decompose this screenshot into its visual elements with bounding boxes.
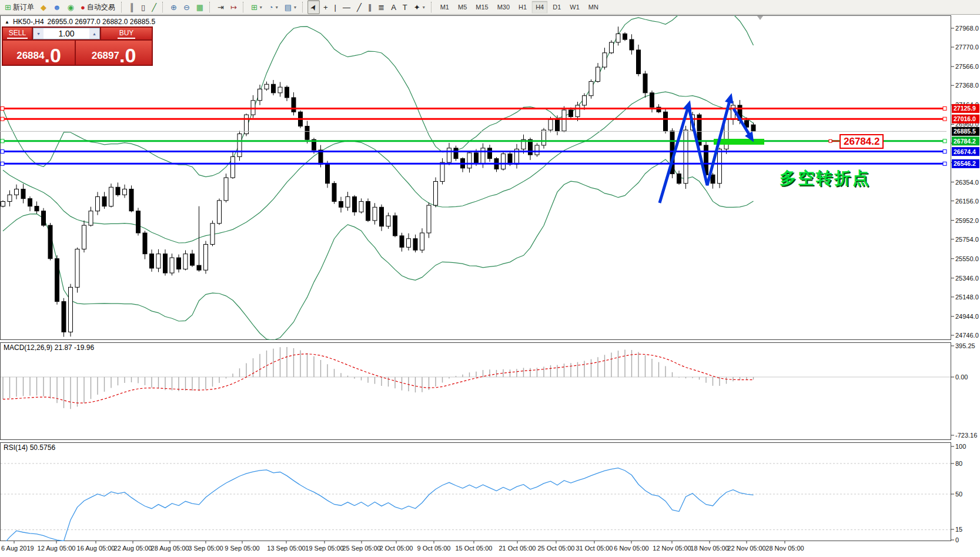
- svg-text:24944.0: 24944.0: [955, 313, 979, 320]
- sell-price-main: 26884: [16, 50, 44, 65]
- macd-values: 21.87 -19.96: [55, 343, 94, 352]
- svg-text:9 Sep 05:00: 9 Sep 05:00: [225, 545, 259, 552]
- svg-text:28 Nov 05:00: 28 Nov 05:00: [765, 545, 804, 552]
- svg-text:80: 80: [955, 460, 962, 467]
- templates-button[interactable]: ▤▾: [282, 0, 299, 14]
- market-button[interactable]: ◆: [38, 0, 49, 14]
- bar-chart-button[interactable]: ║: [126, 0, 138, 14]
- ohlc-values: 26955.0 26977.0 26882.0 26885.5: [48, 18, 156, 26]
- zoom-out-button[interactable]: ⊖: [180, 0, 193, 14]
- svg-text:27770.0: 27770.0: [955, 44, 979, 51]
- toolbar-separator: [302, 2, 305, 12]
- price-tag-label[interactable]: 26784.2: [839, 134, 884, 149]
- svg-text:3 Sep 05:00: 3 Sep 05:00: [188, 545, 223, 552]
- timeframe-mn-button[interactable]: MN: [584, 1, 603, 14]
- chart-canvas[interactable]: 27968.027770.027566.027368.027164.026960…: [0, 0, 980, 557]
- dropdown-arrow-icon: ▾: [294, 5, 296, 10]
- crosshair-button[interactable]: +: [320, 0, 331, 14]
- timeframe-w1-button[interactable]: W1: [566, 1, 584, 14]
- dropdown-arrow-icon: ▾: [276, 5, 278, 10]
- auto-scroll-button[interactable]: ↦: [228, 0, 240, 14]
- text-label-icon: T: [403, 4, 407, 11]
- svg-text:12 Aug 05:00: 12 Aug 05:00: [38, 545, 76, 552]
- text-icon: A: [391, 4, 396, 11]
- community-button[interactable]: ☻: [50, 0, 64, 14]
- timeframe-h1-button[interactable]: H1: [514, 1, 531, 14]
- line-chart-icon: ╱: [152, 4, 156, 11]
- timeframe-m15-button[interactable]: M15: [471, 1, 492, 14]
- svg-text:19 Sep 05:00: 19 Sep 05:00: [305, 545, 343, 552]
- svg-text:15 Oct 05:00: 15 Oct 05:00: [456, 545, 493, 552]
- time-axis: 6 Aug 201912 Aug 05:0016 Aug 05:0022 Aug…: [1, 541, 804, 552]
- volume-decrease-button[interactable]: ▼: [34, 28, 44, 39]
- text-label-button[interactable]: T: [400, 0, 410, 14]
- horizontal-line-icon: —: [343, 4, 350, 11]
- macd-panel[interactable]: [1, 343, 951, 440]
- highlight-bar[interactable]: [714, 139, 764, 145]
- sell-label: SELL: [7, 29, 28, 39]
- svg-text:25550.0: 25550.0: [955, 255, 979, 262]
- rsi-axis: 1008050150: [951, 443, 966, 543]
- price-tag-anchor: [829, 139, 832, 142]
- buy-button[interactable]: BUY: [101, 28, 152, 39]
- chart-shift-button[interactable]: ⇥: [215, 0, 227, 14]
- svg-text:6 Aug 2019: 6 Aug 2019: [1, 545, 34, 552]
- autotrade-button[interactable]: ● 自动交易: [78, 0, 118, 14]
- channel-button[interactable]: ∥: [365, 0, 375, 14]
- chart-shift-icon: ⇥: [218, 4, 224, 11]
- chart-annotation-text[interactable]: 多空转折点: [780, 167, 871, 189]
- trendline-button[interactable]: ╱: [354, 0, 364, 14]
- fibonacci-icon: ≣: [378, 4, 384, 11]
- sell-button[interactable]: SELL: [3, 28, 32, 39]
- macd-name: MACD(12,26,9): [4, 343, 52, 352]
- timeframe-d1-button[interactable]: D1: [548, 1, 565, 14]
- horizontal-line-button[interactable]: —: [340, 0, 353, 14]
- tile-windows-button[interactable]: ▦: [193, 0, 206, 14]
- rsi-panel[interactable]: [1, 443, 951, 541]
- price-axis: 27968.027770.027566.027368.027164.026960…: [951, 25, 979, 339]
- autotrade-label: 自动交易: [87, 2, 115, 12]
- toolbar-separator: [162, 2, 165, 12]
- timeframe-m30-button[interactable]: M30: [493, 1, 514, 14]
- volume-increase-button[interactable]: ▲: [89, 28, 99, 39]
- svg-text:16 Aug 05:00: 16 Aug 05:00: [77, 545, 115, 552]
- buy-price-button[interactable]: 26897 .0: [76, 41, 152, 65]
- svg-text:25346.0: 25346.0: [955, 275, 979, 282]
- bar-chart-icon: ║: [129, 4, 135, 11]
- vertical-line-button[interactable]: |: [332, 0, 339, 14]
- periods-button[interactable]: ◔▾: [266, 0, 281, 14]
- cursor-icon: ➤: [309, 2, 319, 12]
- line-chart-button[interactable]: ╱: [149, 0, 159, 14]
- zoom-in-button[interactable]: ⊕: [168, 0, 180, 14]
- fibonacci-button[interactable]: ≣: [375, 0, 387, 14]
- text-button[interactable]: A: [388, 0, 399, 14]
- svg-text:18 Nov 05:00: 18 Nov 05:00: [690, 545, 728, 552]
- volume-stepper: ▼ 1.00 ▲: [33, 28, 100, 39]
- candlestick-chart-button[interactable]: ▯: [138, 0, 148, 14]
- macd-indicator-label: MACD(12,26,9) 21.87 -19.96: [4, 343, 94, 352]
- svg-text:26546.2: 26546.2: [954, 160, 976, 167]
- svg-text:26784.2: 26784.2: [954, 138, 976, 145]
- svg-text:13 Sep 05:00: 13 Sep 05:00: [267, 545, 305, 552]
- shapes-button[interactable]: ✦▾: [411, 0, 428, 14]
- timeframe-m1-button[interactable]: M1: [436, 1, 453, 14]
- signals-button[interactable]: ◉: [65, 0, 77, 14]
- sell-price-button[interactable]: 26884 .0: [3, 41, 75, 65]
- toolbar-separator: [431, 2, 434, 12]
- new-order-button[interactable]: ⊞ 新订单: [2, 0, 37, 14]
- dropdown-arrow-icon: ▾: [423, 5, 425, 10]
- indicators-button[interactable]: ⊞▾: [248, 0, 265, 14]
- cursor-button[interactable]: ➤: [307, 0, 320, 14]
- toolbar: ⊞ 新订单 ◆☻◉ ● 自动交易 ║▯╱⊕⊖▦⇥↦⊞▾◔▾▤▾➤+|—╱∥≣AT…: [0, 0, 980, 15]
- timeframe-h4-button[interactable]: H4: [531, 1, 548, 14]
- rsi-indicator-label: RSI(14) 50.5756: [4, 443, 55, 452]
- auto-scroll-icon: ↦: [230, 4, 237, 11]
- svg-text:26354.0: 26354.0: [955, 179, 979, 186]
- symbol-triangle-icon: ▲: [5, 19, 9, 25]
- timeframe-m5-button[interactable]: M5: [454, 1, 471, 14]
- one-click-trading-panel: SELL ▼ 1.00 ▲ BUY 26884 .0 26897 .0: [2, 26, 153, 66]
- volume-input[interactable]: 1.00: [44, 28, 89, 39]
- svg-text:25 Oct 05:00: 25 Oct 05:00: [538, 545, 575, 552]
- svg-text:27016.0: 27016.0: [954, 115, 976, 122]
- buy-price-main: 26897: [92, 50, 119, 65]
